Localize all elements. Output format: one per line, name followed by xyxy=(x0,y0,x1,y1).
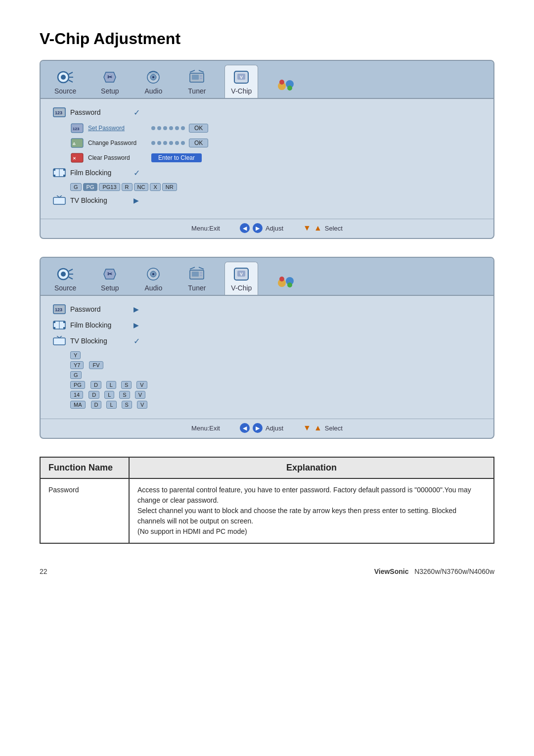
password-label: Password xyxy=(70,108,130,116)
panel-2-content: 123 Password ▶ Film Blocking ▶ xyxy=(41,296,493,415)
tv-rating-14-row: 14 D L S V xyxy=(70,391,482,399)
tv-rating-ma-l[interactable]: L xyxy=(106,401,116,409)
page-number: 22 xyxy=(40,567,47,575)
password-arrow-2: ▶ xyxy=(134,305,139,313)
film-blocking-icon xyxy=(52,167,66,178)
set-password-ok[interactable]: OK xyxy=(189,124,208,133)
svg-rect-69 xyxy=(53,338,65,345)
vchip-icon-1: V xyxy=(231,68,251,86)
nav-extra-1[interactable] xyxy=(270,73,302,98)
tv-rating-fv[interactable]: FV xyxy=(89,361,103,369)
change-password-ok[interactable]: OK xyxy=(189,139,208,147)
svg-point-40 xyxy=(61,272,66,277)
rating-g[interactable]: G xyxy=(70,183,82,191)
change-password-row: Δ Change Password OK xyxy=(70,138,482,148)
rating-pg13[interactable]: PG13 xyxy=(99,183,120,191)
clear-password-icon: ✕ xyxy=(70,152,84,163)
tv-rating-pg-s[interactable]: S xyxy=(121,381,132,389)
right-arrow-btn-2[interactable]: ▶ xyxy=(253,423,263,433)
tv-blocking-arrow: ▶ xyxy=(134,196,139,204)
left-arrow-btn-2[interactable]: ◀ xyxy=(240,423,250,433)
panel-1: Source ✂ Setup Aud xyxy=(40,60,494,239)
tv-rating-y7[interactable]: Y7 xyxy=(70,361,84,369)
enter-clear-btn[interactable]: Enter to Clear xyxy=(151,153,202,162)
adjust-label-2: Adjust xyxy=(266,425,283,432)
nav-setup-1[interactable]: ✂ Setup xyxy=(94,65,126,98)
tv-rating-pg-v[interactable]: V xyxy=(136,381,147,389)
select-label-2: Select xyxy=(325,425,343,432)
nav-audio-2[interactable]: Audio xyxy=(137,262,169,295)
nav-vchip-2[interactable]: V V-Chip xyxy=(224,262,258,295)
brand-name: ViewSonic xyxy=(374,567,409,575)
nav-tuner-2[interactable]: Tuner xyxy=(181,262,213,295)
password-row: 123 Password ✓ xyxy=(52,107,482,118)
adjust-group-2: ◀ ▶ Adjust xyxy=(240,423,283,433)
nav-vchip-1[interactable]: V V-Chip xyxy=(224,65,258,98)
change-password-dots xyxy=(151,141,185,145)
down-arrow-btn-1[interactable]: ▲ xyxy=(314,224,322,233)
svg-rect-50 xyxy=(200,272,202,274)
right-arrow-btn-1[interactable]: ▶ xyxy=(253,223,263,233)
col-function-name: Function Name xyxy=(40,457,129,478)
svg-rect-11 xyxy=(200,75,202,77)
nav-tuner-1[interactable]: Tuner xyxy=(181,65,213,98)
svg-point-59 xyxy=(279,277,284,282)
nav-source-1[interactable]: Source xyxy=(48,65,82,98)
select-label-1: Select xyxy=(325,225,343,232)
audio-icon-2 xyxy=(143,265,163,283)
tv-rating-14-v[interactable]: V xyxy=(135,391,145,399)
svg-rect-66 xyxy=(63,321,65,323)
svg-text:✂: ✂ xyxy=(107,74,113,81)
tv-rating-14-d[interactable]: D xyxy=(89,391,99,399)
film-blocking-row: Film Blocking ✓ xyxy=(52,167,482,178)
down-arrow-btn-2[interactable]: ▲ xyxy=(314,424,322,432)
tv-rating-g[interactable]: G xyxy=(70,371,82,379)
tv-rating-ma-v[interactable]: V xyxy=(137,401,147,409)
tv-rating-14[interactable]: 14 xyxy=(70,391,83,399)
rating-nc[interactable]: NC xyxy=(134,183,149,191)
tv-rating-pg[interactable]: PG xyxy=(70,381,85,389)
nav-source-label-1: Source xyxy=(54,87,76,95)
up-arrow-btn-2[interactable]: ▼ xyxy=(303,424,311,432)
svg-line-4 xyxy=(69,80,73,82)
rating-r[interactable]: R xyxy=(122,183,133,191)
nav-audio-label-2: Audio xyxy=(144,284,162,292)
setup-icon-2: ✂ xyxy=(100,265,120,283)
nav-setup-2[interactable]: ✂ Setup xyxy=(94,262,126,295)
panel-1-footer: Menu:Exit ◀ ▶ Adjust ▼ ▲ Select xyxy=(41,219,493,238)
brand-model: ViewSonic N3260w/N3760w/N4060w xyxy=(374,567,494,575)
svg-rect-49 xyxy=(192,272,199,277)
left-arrow-btn-1[interactable]: ◀ xyxy=(240,223,250,233)
change-password-icon: Δ xyxy=(70,138,84,148)
up-arrow-btn-1[interactable]: ▼ xyxy=(303,224,311,233)
nav-source-label-2: Source xyxy=(54,284,76,292)
tv-rating-ma-s[interactable]: S xyxy=(122,401,132,409)
tv-rating-ma[interactable]: MA xyxy=(70,401,86,409)
svg-text:✂: ✂ xyxy=(107,271,113,278)
rating-nr[interactable]: NR xyxy=(162,183,177,191)
tuner-icon-2 xyxy=(187,265,207,283)
rating-pg[interactable]: PG xyxy=(83,183,98,191)
select-group-1: ▼ ▲ Select xyxy=(303,224,343,233)
svg-rect-65 xyxy=(53,327,55,329)
tv-rating-ma-d[interactable]: D xyxy=(91,401,102,409)
tv-rating-pg-d[interactable]: D xyxy=(90,381,101,389)
adjust-group: ◀ ▶ Adjust xyxy=(240,223,283,233)
tv-rating-y[interactable]: Y xyxy=(70,351,81,359)
password-row-2: 123 Password ▶ xyxy=(52,304,482,315)
nav-audio-1[interactable]: Audio xyxy=(137,65,169,98)
nav-extra-2[interactable] xyxy=(270,270,302,295)
tv-rating-pg-l[interactable]: L xyxy=(106,381,116,389)
tv-rating-14-l[interactable]: L xyxy=(104,391,114,399)
film-blocking-arrow-2: ▶ xyxy=(134,321,139,329)
tv-rating-14-s[interactable]: S xyxy=(119,391,130,399)
tv-blocking-row-2: TV Blocking ✓ xyxy=(52,335,482,346)
set-password-icon: 123 xyxy=(70,123,84,134)
svg-text:✕: ✕ xyxy=(73,156,76,161)
nav-source-2[interactable]: Source xyxy=(48,262,82,295)
film-blocking-icon-2 xyxy=(52,320,66,331)
source-icon-2 xyxy=(55,265,75,283)
rating-x[interactable]: X xyxy=(150,183,160,191)
function-name-cell: Password xyxy=(40,478,129,543)
svg-rect-33 xyxy=(63,169,65,171)
